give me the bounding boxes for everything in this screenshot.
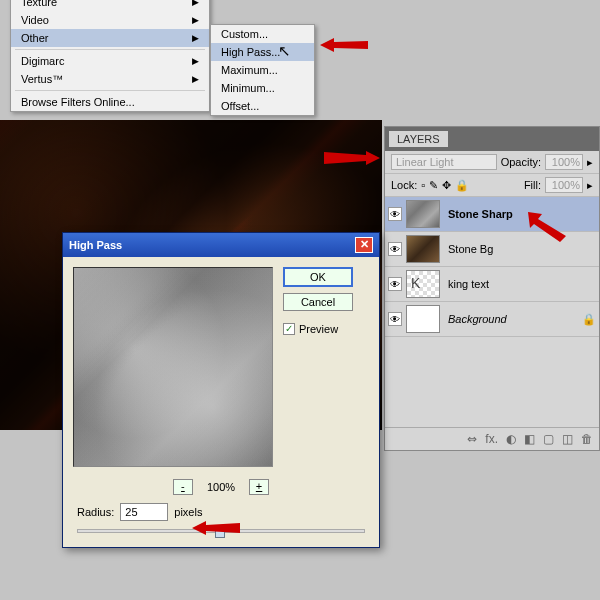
fill-input[interactable]: 100%: [545, 177, 583, 193]
menu-maximum[interactable]: Maximum...: [211, 61, 314, 79]
chevron-right-icon[interactable]: ▸: [587, 156, 593, 169]
menu-minimum[interactable]: Minimum...: [211, 79, 314, 97]
submenu-arrow-icon: ▶: [192, 56, 199, 66]
layer-name[interactable]: Background: [444, 313, 578, 325]
dialog-titlebar[interactable]: High Pass ✕: [63, 233, 379, 257]
filter-menu: Texture▶ Video▶ Other▶ Digimarc▶ Vertus™…: [10, 0, 210, 112]
layer-name[interactable]: king text: [444, 278, 596, 290]
visibility-icon[interactable]: 👁: [388, 312, 402, 326]
layers-footer: ⇔ fx. ◐ ◧ ▢ ◫ 🗑: [385, 427, 599, 450]
fx-icon[interactable]: fx.: [485, 432, 498, 446]
lock-move-icon[interactable]: ✥: [442, 179, 451, 192]
opacity-label: Opacity:: [501, 156, 541, 168]
menu-vertus[interactable]: Vertus™▶: [11, 70, 209, 88]
mask-icon[interactable]: ◐: [506, 432, 516, 446]
cursor-icon: ↖: [278, 42, 291, 60]
submenu-arrow-icon: ▶: [192, 74, 199, 84]
visibility-icon[interactable]: 👁: [388, 242, 402, 256]
close-button[interactable]: ✕: [355, 237, 373, 253]
radius-label: Radius:: [77, 506, 114, 518]
lock-transparent-icon[interactable]: ▫: [421, 179, 425, 191]
layer-king-text[interactable]: 👁 king text: [385, 267, 599, 302]
layers-tab[interactable]: LAYERS: [385, 127, 599, 151]
submenu-arrow-icon: ▶: [192, 33, 199, 43]
submenu-arrow-icon: ▶: [192, 15, 199, 25]
menu-custom[interactable]: Custom...: [211, 25, 314, 43]
layer-thumbnail[interactable]: [406, 235, 440, 263]
layer-thumbnail[interactable]: [406, 270, 440, 298]
group-icon[interactable]: ▢: [543, 432, 554, 446]
cancel-button[interactable]: Cancel: [283, 293, 353, 311]
menu-highpass[interactable]: High Pass...: [211, 43, 314, 61]
layer-name[interactable]: Stone Bg: [444, 243, 596, 255]
fill-label: Fill:: [524, 179, 541, 191]
radius-slider[interactable]: [77, 529, 365, 533]
layers-panel: LAYERS Linear Light Opacity: 100% ▸ Lock…: [384, 126, 600, 451]
trash-icon[interactable]: 🗑: [581, 432, 593, 446]
link-icon[interactable]: ⇔: [467, 432, 477, 446]
ok-button[interactable]: OK: [283, 267, 353, 287]
menu-separator: [15, 49, 205, 50]
menu-digimarc[interactable]: Digimarc▶: [11, 52, 209, 70]
lock-brush-icon[interactable]: ✎: [429, 179, 438, 192]
layer-background[interactable]: 👁 Background 🔒: [385, 302, 599, 337]
layer-stone-bg[interactable]: 👁 Stone Bg: [385, 232, 599, 267]
checkbox-icon[interactable]: ✓: [283, 323, 295, 335]
highpass-dialog: High Pass ✕ OK Cancel ✓ Preview - 100% +…: [62, 232, 380, 548]
menu-offset[interactable]: Offset...: [211, 97, 314, 115]
lock-icon: 🔒: [582, 313, 596, 326]
slider-thumb[interactable]: [215, 525, 225, 538]
layer-thumbnail[interactable]: [406, 200, 440, 228]
chevron-right-icon[interactable]: ▸: [587, 179, 593, 192]
menu-other[interactable]: Other▶: [11, 29, 209, 47]
layer-name[interactable]: Stone Sharp: [444, 208, 596, 220]
zoom-value: 100%: [207, 481, 235, 493]
radius-unit: pixels: [174, 506, 202, 518]
menu-video[interactable]: Video▶: [11, 11, 209, 29]
layer-stone-sharp[interactable]: 👁 Stone Sharp: [385, 197, 599, 232]
opacity-input[interactable]: 100%: [545, 154, 583, 170]
callout-arrow-icon: [320, 35, 370, 57]
dialog-title: High Pass: [69, 239, 122, 251]
lock-label: Lock:: [391, 179, 417, 191]
lock-all-icon[interactable]: 🔒: [455, 179, 469, 192]
menu-browse-filters[interactable]: Browse Filters Online...: [11, 93, 209, 111]
visibility-icon[interactable]: 👁: [388, 277, 402, 291]
layer-thumbnail[interactable]: [406, 305, 440, 333]
new-layer-icon[interactable]: ◫: [562, 432, 573, 446]
blend-mode-select[interactable]: Linear Light: [391, 154, 497, 170]
zoom-in-button[interactable]: +: [249, 479, 269, 495]
filter-other-submenu: Custom... High Pass... Maximum... Minimu…: [210, 24, 315, 116]
zoom-out-button[interactable]: -: [173, 479, 193, 495]
preview-checkbox-row[interactable]: ✓ Preview: [283, 323, 353, 335]
preview-label: Preview: [299, 323, 338, 335]
submenu-arrow-icon: ▶: [192, 0, 199, 7]
filter-preview[interactable]: [73, 267, 273, 467]
adjustment-icon[interactable]: ◧: [524, 432, 535, 446]
radius-input[interactable]: [120, 503, 168, 521]
svg-marker-0: [320, 38, 368, 52]
menu-separator: [15, 90, 205, 91]
visibility-icon[interactable]: 👁: [388, 207, 402, 221]
menu-texture[interactable]: Texture▶: [11, 0, 209, 11]
